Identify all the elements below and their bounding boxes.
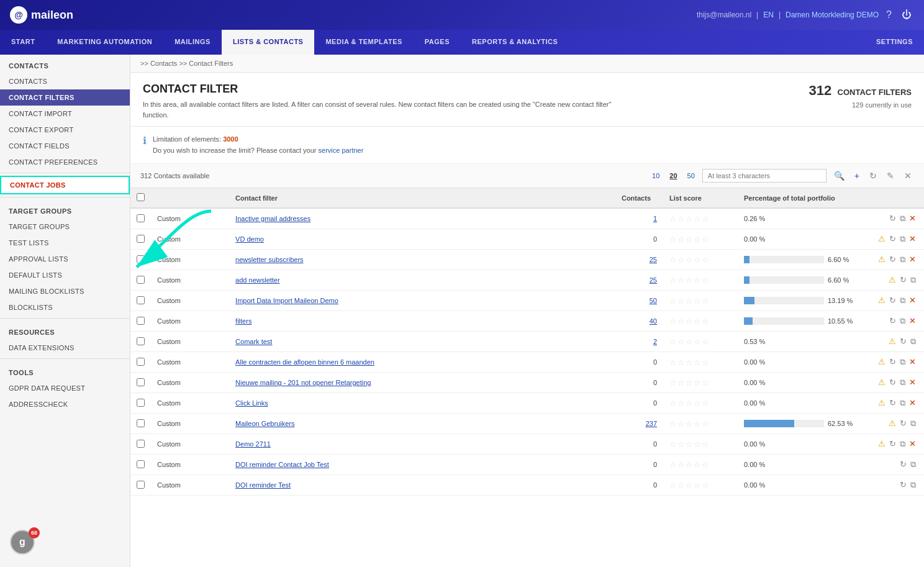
delete-all-button[interactable]: ✕ — [902, 170, 914, 182]
row-checkbox[interactable] — [137, 419, 145, 427]
lang-link[interactable]: EN — [763, 11, 774, 19]
warning-icon[interactable]: ⚠ — [876, 234, 887, 244]
delete-row-button[interactable]: ✕ — [907, 254, 918, 265]
copy-row-button[interactable]: ⧉ — [908, 274, 918, 286]
refresh-row-button[interactable]: ↻ — [898, 479, 908, 490]
warning-icon[interactable]: ⚠ — [876, 356, 887, 367]
th-percentage[interactable]: Percentage of total portfolio — [738, 188, 862, 208]
refresh-row-button[interactable]: ↻ — [898, 274, 908, 285]
filter-name-link[interactable]: DOI reminder Contact Job Test — [235, 461, 329, 468]
page-size-10[interactable]: 10 — [650, 171, 662, 181]
add-filter-button[interactable]: + — [852, 170, 862, 182]
select-all-checkbox[interactable] — [137, 193, 145, 201]
breadcrumb-contact-filters[interactable]: >> Contact Filters — [179, 60, 233, 67]
row-checkbox[interactable] — [137, 460, 145, 468]
sidebar-item-approval-lists[interactable]: APPROVAL LISTS — [0, 251, 130, 267]
sidebar-item-contact-export[interactable]: CONTACT EXPORT — [0, 122, 130, 138]
refresh-row-button[interactable]: ↻ — [898, 459, 908, 469]
copy-row-button[interactable]: ⧉ — [898, 315, 907, 327]
contacts-count-link[interactable]: 50 — [650, 297, 657, 304]
stars-display[interactable]: ☆☆☆☆☆ — [669, 214, 710, 224]
filter-name-link[interactable]: Nieuwe mailing - 201 not opener Retarget… — [235, 379, 371, 386]
logo[interactable]: @ maileon — [10, 6, 73, 24]
nav-lists-contacts[interactable]: LISTS & CONTACTS — [222, 30, 315, 55]
row-checkbox[interactable] — [137, 296, 145, 304]
copy-row-button[interactable]: ⧉ — [898, 356, 907, 368]
stars-display[interactable]: ☆☆☆☆☆ — [669, 358, 710, 367]
stars-display[interactable]: ☆☆☆☆☆ — [669, 235, 710, 244]
stars-display[interactable]: ☆☆☆☆☆ — [669, 296, 710, 306]
delete-row-button[interactable]: ✕ — [907, 438, 918, 449]
delete-row-button[interactable]: ✕ — [907, 315, 918, 326]
sidebar-item-blocklists[interactable]: BLOCKLISTS — [0, 299, 130, 315]
stars-display[interactable]: ☆☆☆☆☆ — [669, 276, 710, 285]
page-size-50[interactable]: 50 — [685, 171, 697, 181]
filter-name-link[interactable]: DOI reminder Test — [235, 481, 291, 489]
th-contact-filter[interactable]: Contact filter — [229, 188, 559, 208]
refresh-row-button[interactable]: ↻ — [887, 377, 898, 388]
row-checkbox[interactable] — [137, 440, 145, 448]
copy-row-button[interactable]: ⧉ — [898, 254, 907, 265]
warning-icon[interactable]: ⚠ — [887, 418, 898, 429]
sidebar-item-addresscheck[interactable]: ADDRESSCHECK — [0, 396, 130, 412]
sidebar-item-target-groups[interactable]: TARGET GROUPS — [0, 219, 130, 235]
stars-display[interactable]: ☆☆☆☆☆ — [669, 399, 710, 408]
row-checkbox[interactable] — [137, 214, 145, 222]
nav-marketing[interactable]: MARKETING AUTOMATION — [46, 30, 163, 55]
warning-icon[interactable]: ⚠ — [876, 438, 887, 449]
filter-name-link[interactable]: add newsletter — [235, 276, 280, 284]
copy-row-button[interactable]: ⧉ — [908, 336, 918, 347]
delete-row-button[interactable]: ✕ — [907, 377, 918, 388]
delete-row-button[interactable]: ✕ — [907, 213, 918, 224]
filter-name-link[interactable]: VD demo — [235, 235, 264, 243]
contacts-count-link[interactable]: 1 — [653, 215, 657, 222]
stars-display[interactable]: ☆☆☆☆☆ — [669, 337, 710, 347]
copy-row-button[interactable]: ⧉ — [898, 397, 907, 409]
contacts-count-link[interactable]: 40 — [650, 317, 657, 325]
warning-icon[interactable]: ⚠ — [876, 254, 887, 265]
filter-name-link[interactable]: Alle contracten die aflopen binnen 6 maa… — [235, 358, 374, 366]
refresh-row-button[interactable]: ↻ — [898, 418, 908, 429]
refresh-row-button[interactable]: ↻ — [887, 213, 898, 224]
account-link[interactable]: Damen Motorkleding DEMO — [786, 11, 879, 19]
sidebar-item-contact-filters[interactable]: CONTACT FILTERS — [0, 89, 130, 106]
filter-name-link[interactable]: newsletter subscribers — [235, 256, 303, 263]
stars-display[interactable]: ☆☆☆☆☆ — [669, 317, 710, 326]
copy-row-button[interactable]: ⧉ — [898, 377, 907, 388]
warning-icon[interactable]: ⚠ — [887, 336, 898, 347]
power-button[interactable]: ⏻ — [899, 7, 914, 23]
th-list-score[interactable]: List score — [663, 188, 738, 208]
copy-row-button[interactable]: ⧉ — [898, 295, 907, 306]
nav-mailings[interactable]: MAILINGS — [163, 30, 222, 55]
delete-row-button[interactable]: ✕ — [907, 397, 918, 408]
stars-display[interactable]: ☆☆☆☆☆ — [669, 440, 710, 449]
sidebar-item-test-lists[interactable]: TEST LISTS — [0, 235, 130, 251]
refresh-row-button[interactable]: ↻ — [887, 356, 898, 367]
row-checkbox[interactable] — [137, 358, 145, 366]
refresh-button[interactable]: ↻ — [867, 170, 879, 182]
nav-settings[interactable]: SETTINGS — [865, 30, 924, 55]
help-button[interactable]: ? — [884, 7, 894, 23]
filter-name-link[interactable]: Maileon Gebruikers — [235, 420, 294, 427]
copy-row-button[interactable]: ⧉ — [908, 459, 918, 470]
contacts-count-link[interactable]: 237 — [646, 420, 657, 427]
copy-row-button[interactable]: ⧉ — [908, 418, 918, 429]
warning-icon[interactable]: ⚠ — [876, 377, 887, 388]
breadcrumb-contacts[interactable]: >> Contacts — [140, 60, 177, 67]
stars-display[interactable]: ☆☆☆☆☆ — [669, 255, 710, 265]
service-partner-link[interactable]: service partner — [319, 147, 364, 154]
filter-name-link[interactable]: Comark test — [235, 338, 272, 345]
warning-icon[interactable]: ⚠ — [876, 397, 887, 408]
refresh-row-button[interactable]: ↻ — [898, 336, 908, 347]
contacts-count-link[interactable]: 25 — [650, 276, 657, 284]
nav-pages[interactable]: PAGES — [414, 30, 461, 55]
filter-name-link[interactable]: filters — [235, 317, 251, 325]
warning-icon[interactable]: ⚠ — [876, 295, 887, 306]
row-checkbox[interactable] — [137, 255, 145, 263]
stars-display[interactable]: ☆☆☆☆☆ — [669, 481, 710, 490]
stars-display[interactable]: ☆☆☆☆☆ — [669, 419, 710, 429]
th-contacts[interactable]: Contacts — [559, 188, 663, 208]
row-checkbox[interactable] — [137, 481, 145, 489]
sidebar-item-default-lists[interactable]: DEFAULT LISTS — [0, 267, 130, 283]
row-checkbox[interactable] — [137, 399, 145, 407]
